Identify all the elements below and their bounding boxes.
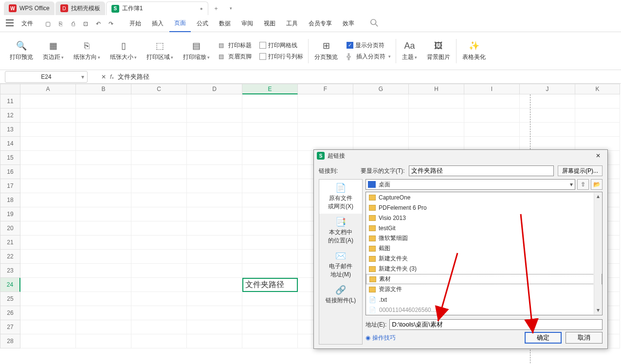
cell[interactable] — [131, 306, 187, 320]
cell[interactable] — [131, 94, 187, 109]
cell[interactable] — [20, 236, 76, 250]
cell[interactable] — [20, 292, 76, 306]
tab-menu[interactable]: ▾ — [224, 6, 237, 11]
cell[interactable] — [298, 123, 353, 137]
cell[interactable] — [20, 137, 76, 151]
search-button[interactable] — [370, 18, 379, 29]
cell[interactable] — [187, 123, 242, 137]
cell[interactable] — [187, 292, 242, 306]
cell[interactable] — [131, 264, 187, 278]
column-header[interactable]: H — [409, 84, 464, 94]
row-header[interactable]: 12 — [0, 109, 20, 123]
cell[interactable] — [131, 334, 187, 348]
cell[interactable] — [242, 151, 298, 165]
row-header[interactable]: 13 — [0, 123, 20, 137]
ribbon-show-break[interactable]: ✓显示分页符 — [347, 41, 391, 50]
cell[interactable] — [131, 320, 187, 334]
cell[interactable] — [131, 123, 187, 137]
cell[interactable] — [409, 109, 464, 123]
formula-input[interactable]: 文件夹路径 — [114, 73, 621, 81]
column-header[interactable]: D — [187, 84, 242, 94]
row-header[interactable]: 17 — [0, 179, 20, 193]
cell[interactable] — [187, 278, 242, 292]
cell[interactable] — [187, 306, 242, 320]
ribbon-print-area[interactable]: ⬚ 打印区域▾ — [142, 40, 178, 61]
file-list-item[interactable]: Visio 2013 — [366, 213, 602, 223]
column-header[interactable]: B — [76, 84, 131, 94]
cell[interactable] — [187, 94, 242, 109]
cell[interactable] — [187, 207, 242, 221]
row-header[interactable]: 25 — [0, 292, 20, 306]
menu-tab-tools[interactable]: 工具 — [281, 16, 303, 32]
ribbon-print-grid[interactable]: 打印网格线 — [259, 41, 303, 50]
cell[interactable] — [520, 137, 575, 151]
fx-icon[interactable]: fₓ — [110, 73, 114, 80]
cell[interactable] — [131, 236, 187, 250]
menu-tab-formula[interactable]: 公式 — [192, 16, 213, 32]
cell[interactable] — [520, 109, 575, 123]
ribbon-insert-break[interactable]: ╬插入分页符▾ — [347, 53, 391, 61]
display-text-input[interactable] — [409, 165, 554, 176]
cell[interactable] — [242, 109, 298, 123]
menu-tab-view[interactable]: 视图 — [259, 16, 280, 32]
cell[interactable] — [131, 278, 187, 292]
cell[interactable] — [242, 179, 298, 193]
row-header[interactable]: 19 — [0, 207, 20, 221]
cell[interactable] — [131, 165, 187, 179]
cell[interactable] — [464, 109, 520, 123]
cell[interactable] — [187, 236, 242, 250]
cell[interactable] — [575, 137, 620, 151]
ribbon-orientation[interactable]: ⎘ 纸张方向▾ — [69, 40, 105, 61]
cell[interactable] — [353, 123, 409, 137]
menu-tab-efficiency[interactable]: 效率 — [338, 16, 359, 32]
cell[interactable] — [242, 207, 298, 221]
cell[interactable] — [464, 94, 520, 109]
cell[interactable] — [242, 250, 298, 264]
cell[interactable] — [520, 123, 575, 137]
row-header[interactable]: 16 — [0, 165, 20, 179]
cell[interactable] — [575, 109, 620, 123]
file-list-item[interactable]: 资源文件 — [366, 284, 602, 294]
tab-wps-office[interactable]: W WPS Office — [4, 1, 55, 15]
cell[interactable] — [131, 193, 187, 207]
cell[interactable] — [131, 109, 187, 123]
cell[interactable] — [76, 137, 131, 151]
column-header[interactable]: K — [575, 84, 620, 94]
row-header[interactable]: 20 — [0, 221, 20, 236]
menu-tab-page[interactable]: 页面 — [169, 15, 191, 32]
qat-save-icon[interactable]: ▢ — [42, 18, 54, 30]
cell[interactable] — [20, 151, 76, 165]
close-icon[interactable]: ✕ — [592, 152, 604, 159]
row-header[interactable]: 15 — [0, 151, 20, 165]
ribbon-bg[interactable]: 🖼 背景图片 — [422, 40, 455, 61]
file-list-item[interactable]: 新建文件夹 — [366, 254, 602, 264]
cell[interactable] — [131, 250, 187, 264]
column-header[interactable]: I — [464, 84, 520, 94]
column-header[interactable]: C — [131, 84, 187, 94]
cell[interactable] — [131, 179, 187, 193]
ribbon-theme[interactable]: Aa 主题▾ — [397, 40, 422, 61]
ribbon-print-rowcol[interactable]: 打印行号列标 — [259, 53, 303, 61]
nav-email[interactable]: ✉️ 电子邮件 地址(M) — [319, 248, 362, 282]
row-header[interactable]: 18 — [0, 193, 20, 207]
file-list-item[interactable]: PDFelement 6 Pro — [366, 202, 602, 213]
cell[interactable] — [409, 123, 464, 137]
ribbon-beautify[interactable]: ✨ 表格美化 — [457, 40, 491, 61]
file-list-item[interactable]: testGit — [366, 223, 602, 233]
ribbon-margins[interactable]: ▦ 页边距▾ — [38, 40, 69, 61]
cell[interactable] — [20, 306, 76, 320]
cell[interactable] — [20, 264, 76, 278]
cell[interactable] — [76, 151, 131, 165]
row-header[interactable]: 11 — [0, 94, 20, 109]
ribbon-header-footer[interactable]: ▤页眉页脚 — [219, 53, 252, 61]
menu-tab-member[interactable]: 会员专享 — [304, 16, 337, 32]
cell[interactable] — [187, 137, 242, 151]
file-list-item[interactable]: 截图 — [366, 243, 602, 254]
name-box[interactable]: E24 ▾ — [5, 71, 88, 83]
cell[interactable] — [76, 207, 131, 221]
row-header[interactable]: 27 — [0, 320, 20, 334]
cell[interactable] — [131, 137, 187, 151]
cell[interactable] — [76, 221, 131, 236]
cell[interactable] — [20, 334, 76, 348]
cell[interactable] — [131, 151, 187, 165]
